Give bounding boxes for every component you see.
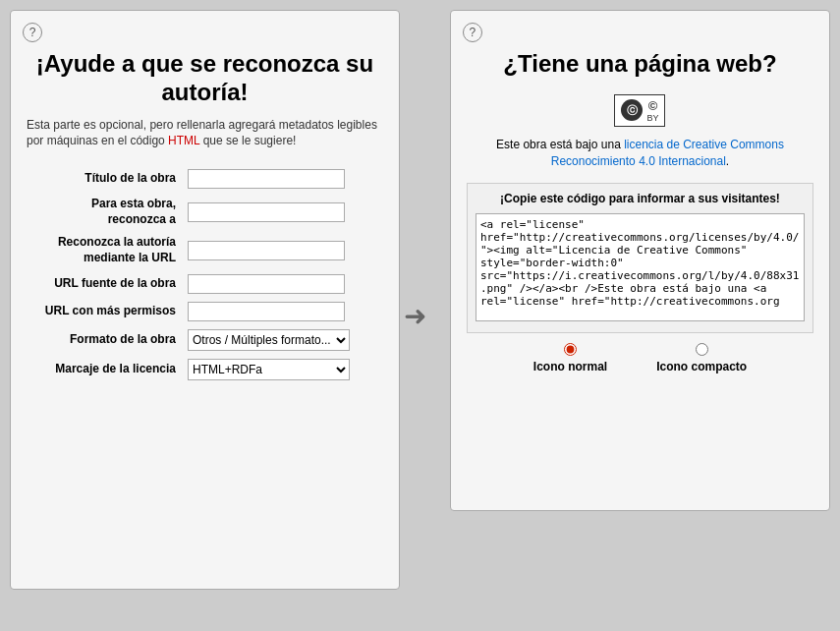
- input-titulo[interactable]: [188, 169, 345, 189]
- field-row-formato: Formato de la obra Otros / Múltiples for…: [27, 325, 383, 355]
- field-row-titulo: Título de la obra: [27, 165, 383, 193]
- radio-option-compact: Icono compacto: [656, 343, 747, 373]
- label-url-autoria: Reconozca la autoría mediante la URL: [27, 231, 184, 269]
- arrow-connector: ➜: [404, 300, 426, 332]
- label-marcaje: Marcaje de la licencia: [27, 355, 184, 384]
- copy-code-box: ¡Copie este código para informar a sus v…: [467, 183, 813, 333]
- label-formato: Formato de la obra: [27, 325, 184, 355]
- license-description: Este obra está bajo una licencia de Crea…: [467, 137, 813, 170]
- cc-icon: ⓒ: [621, 99, 643, 121]
- form-table: Título de la obra Para esta obra, recono…: [27, 165, 383, 383]
- license-text-plain: Este obra está bajo una: [496, 138, 624, 151]
- label-url-permisos: URL con más permisos: [27, 298, 184, 325]
- right-panel-title: ¿Tiene una página web?: [467, 50, 813, 79]
- cc-by-label: BY: [646, 113, 658, 123]
- label-titulo: Título de la obra: [27, 165, 184, 193]
- subtitle-text-end: que se le sugiere!: [199, 134, 296, 147]
- field-row-url-fuente: URL fuente de la obra: [27, 270, 383, 298]
- input-url-fuente[interactable]: [188, 274, 345, 294]
- field-row-url-autoria: Reconozca la autoría mediante la URL: [27, 231, 383, 269]
- label-url-fuente: URL fuente de la obra: [27, 270, 184, 298]
- input-url-permisos[interactable]: [188, 302, 345, 321]
- left-panel-title: ¡Ayude a que se reconozca su autoría!: [27, 50, 383, 107]
- field-row-reconozca: Para esta obra, reconozca a: [27, 193, 383, 231]
- radio-normal[interactable]: [564, 343, 577, 356]
- label-reconozca: Para esta obra, reconozca a: [27, 193, 184, 231]
- right-panel: ? ¿Tiene una página web? ⓒ © BY Este obr…: [450, 10, 830, 511]
- radio-compact[interactable]: [696, 343, 708, 356]
- cc-symbol: ©: [648, 98, 658, 113]
- left-panel-subtitle: Esta parte es opcional, pero rellenarla …: [27, 117, 383, 150]
- input-url-autoria[interactable]: [188, 241, 345, 260]
- cc-badge: ⓒ © BY: [614, 94, 665, 127]
- select-formato[interactable]: Otros / Múltiples formato...: [188, 329, 350, 351]
- radio-normal-label: Icono normal: [533, 360, 607, 373]
- copy-code-title: ¡Copie este código para informar a sus v…: [476, 192, 805, 205]
- left-panel: ? ¡Ayude a que se reconozca su autoría! …: [10, 10, 400, 590]
- radio-compact-label: Icono compacto: [656, 360, 747, 373]
- code-textarea[interactable]: <a rel="license" href="http://creativeco…: [476, 213, 805, 321]
- select-marcaje[interactable]: HTML+RDFa: [188, 359, 350, 380]
- license-text-end: .: [726, 154, 729, 168]
- cc-badge-container: ⓒ © BY: [467, 94, 813, 127]
- field-row-marcaje: Marcaje de la licencia HTML+RDFa: [27, 355, 383, 384]
- subtitle-html: HTML: [168, 134, 199, 147]
- input-reconozca[interactable]: [188, 202, 345, 222]
- radio-option-normal: Icono normal: [533, 343, 607, 373]
- main-container: ? ¡Ayude a que se reconozca su autoría! …: [0, 0, 840, 631]
- left-help-icon[interactable]: ?: [23, 23, 42, 42]
- right-help-icon[interactable]: ?: [463, 23, 482, 42]
- radio-group: Icono normal Icono compacto: [467, 343, 813, 373]
- field-row-url-permisos: URL con más permisos: [27, 298, 383, 325]
